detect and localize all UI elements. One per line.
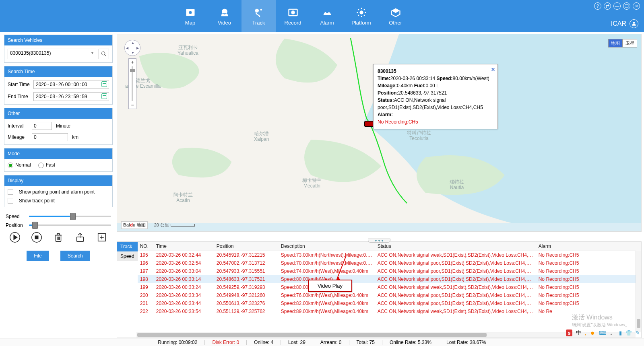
- panel-mode: Mode Normal Fast: [4, 148, 113, 172]
- table-row[interactable]: 2012020-03-26 00:33:4420.550613,-97.3232…: [138, 299, 641, 307]
- table-row[interactable]: 1952020-03-26 00:32:4420.545919,-97.3122…: [138, 251, 641, 260]
- position-slider[interactable]: [29, 224, 111, 226]
- th-no[interactable]: NO.: [138, 242, 154, 251]
- windows-activation-watermark: 激活 Windows 转到"设置"以激活 Windows。: [572, 313, 630, 328]
- mileage-input[interactable]: [32, 133, 68, 141]
- map-type-map[interactable]: 地图: [608, 39, 623, 47]
- mode-normal-radio[interactable]: Normal: [8, 162, 31, 168]
- panel-title: Other: [4, 108, 112, 119]
- delete-button[interactable]: [52, 231, 64, 243]
- collapse-handle[interactable]: ▼▼▼: [368, 239, 390, 243]
- nav-tab-label: Track: [252, 20, 265, 26]
- minimize-icon[interactable]: —: [613, 2, 621, 10]
- maximize-icon[interactable]: ❐: [623, 2, 630, 10]
- vehicle-value: 8300135(8300135): [10, 50, 51, 56]
- table-row[interactable]: 1962020-03-26 00:32:5420.547002,-97.3137…: [138, 259, 641, 267]
- th-position[interactable]: Position: [214, 242, 279, 251]
- th-time[interactable]: Time: [154, 242, 214, 251]
- nav-tab-alarm[interactable]: Alarm: [310, 0, 344, 32]
- table-row[interactable]: 2002020-03-26 00:33:3420.549948,-97.3212…: [138, 291, 641, 299]
- user-area[interactable]: ICAR: [611, 19, 638, 28]
- mode-fast-radio[interactable]: Fast: [38, 162, 55, 168]
- swap-icon[interactable]: ⇄: [604, 2, 611, 10]
- start-time-label: Start Time: [8, 82, 31, 87]
- th-status[interactable]: Status: [375, 242, 536, 251]
- zoom-slider[interactable]: [132, 66, 133, 101]
- search-vehicle-button[interactable]: [99, 49, 109, 59]
- th-alarm[interactable]: Alarm: [536, 242, 641, 251]
- ime-brand-icon[interactable]: s: [566, 330, 572, 336]
- tab-track[interactable]: Track: [117, 242, 138, 251]
- svg-rect-12: [35, 236, 38, 239]
- popup-close-icon[interactable]: ✕: [491, 66, 495, 73]
- search-button[interactable]: Search: [60, 251, 90, 261]
- track-table-wrapper: ▼▼▼ Track Speed NO. Time Position Descri…: [117, 241, 642, 338]
- start-time-input[interactable]: 2020-03-26 00:00:00: [33, 80, 109, 89]
- panel-search-time: Search Time Start Time 2020-03-26 00:00:…: [4, 66, 113, 105]
- tray-punct-icon[interactable]: 。: [610, 329, 615, 336]
- mileage-label: Mileage: [8, 134, 28, 140]
- display-parking-checkbox[interactable]: Show parking point and alarm point: [8, 189, 109, 195]
- tray-shirt-icon[interactable]: 👕: [625, 330, 632, 336]
- nav-tab-track[interactable]: Track: [242, 0, 276, 32]
- end-time-input[interactable]: 2020-03-26 23:59:59: [33, 92, 109, 101]
- nav-tab-label: Map: [185, 20, 195, 26]
- baidu-logo-icon: Baidu 地图: [121, 221, 148, 229]
- ime-lang-icon[interactable]: 中: [576, 329, 581, 336]
- table-tabs: Track Speed: [117, 242, 138, 338]
- vertical-scrollbar[interactable]: [636, 251, 641, 332]
- table-row[interactable]: 1992020-03-26 00:33:2420.549259,-97.3192…: [138, 283, 641, 291]
- help-icon[interactable]: ?: [594, 2, 601, 10]
- speed-slider[interactable]: [29, 216, 111, 217]
- calendar-icon[interactable]: [101, 93, 107, 99]
- play-button[interactable]: [9, 231, 21, 243]
- panel-title: Display: [4, 175, 112, 186]
- horizontal-scrollbar[interactable]: [136, 332, 636, 338]
- svg-point-2: [255, 8, 258, 12]
- th-description[interactable]: Description: [279, 242, 375, 251]
- tray-wrench-icon[interactable]: ✎: [636, 330, 640, 336]
- close-icon[interactable]: ✕: [633, 2, 640, 10]
- table-row[interactable]: 1972020-03-26 00:33:0420.547933,-97.3155…: [138, 267, 641, 275]
- add-button[interactable]: [96, 231, 108, 243]
- svg-point-5: [291, 10, 295, 14]
- table-row[interactable]: 2022020-03-26 00:33:5420.551139,-97.3257…: [138, 307, 641, 315]
- nav-tab-platform[interactable]: Platform: [344, 0, 378, 32]
- video-play-tooltip[interactable]: Video Play: [308, 280, 352, 292]
- calendar-icon[interactable]: [101, 81, 107, 87]
- nav-tab-map[interactable]: Map: [173, 0, 207, 32]
- nav-tab-video[interactable]: Video: [207, 0, 242, 32]
- speed-slider-label: Speed: [6, 214, 26, 219]
- panel-search-vehicles: Search Vehicles 8300135(8300135) ▾: [4, 35, 113, 63]
- nav-tab-record[interactable]: Record: [276, 0, 310, 32]
- tray-smiley-icon[interactable]: ☻: [590, 330, 595, 336]
- svg-point-3: [260, 8, 262, 10]
- svg-point-8: [633, 22, 635, 24]
- svg-point-9: [102, 52, 105, 55]
- file-button[interactable]: File: [27, 251, 49, 261]
- map-zoom-control[interactable]: + −: [128, 58, 136, 109]
- tray-battery-icon[interactable]: ▮: [619, 330, 622, 336]
- tab-speed[interactable]: Speed: [117, 251, 138, 261]
- chevron-down-icon: ▾: [91, 51, 93, 55]
- app-header: Map Video Track Record Alarm Platform Ot…: [0, 0, 644, 32]
- map-pan-control[interactable]: ▲ ▼ ◀ ▶: [124, 40, 140, 56]
- nav-tab-label: Platform: [351, 20, 371, 26]
- main: 亚瓦利卡Yahualica 德兰戈angde Escamilla 哈尔潘Xalp…: [117, 32, 644, 338]
- stop-button[interactable]: [31, 231, 43, 243]
- map-canvas[interactable]: 亚瓦利卡Yahualica 德兰戈angde Escamilla 哈尔潘Xalp…: [117, 34, 642, 232]
- sidebar: Search Vehicles 8300135(8300135) ▾ Searc…: [0, 32, 117, 338]
- ime-mode-icon[interactable]: ,: [585, 330, 586, 336]
- vehicle-select[interactable]: 8300135(8300135) ▾: [8, 49, 96, 59]
- map-type-satellite[interactable]: 卫星: [623, 39, 637, 47]
- zoom-out-button[interactable]: −: [129, 102, 136, 108]
- nav-tab-label: Other: [389, 20, 402, 26]
- interval-input[interactable]: [32, 122, 52, 130]
- display-trackpoint-checkbox[interactable]: Show track point: [8, 198, 109, 204]
- nav-tab-label: Record: [285, 20, 301, 26]
- zoom-in-button[interactable]: +: [129, 60, 136, 65]
- export-button[interactable]: [74, 231, 86, 243]
- tray-keyboard-icon[interactable]: ⌨: [599, 330, 607, 336]
- table-row[interactable]: 1982020-03-26 00:33:1420.548633,-97.3175…: [138, 275, 641, 283]
- nav-tab-other[interactable]: Other: [378, 0, 413, 32]
